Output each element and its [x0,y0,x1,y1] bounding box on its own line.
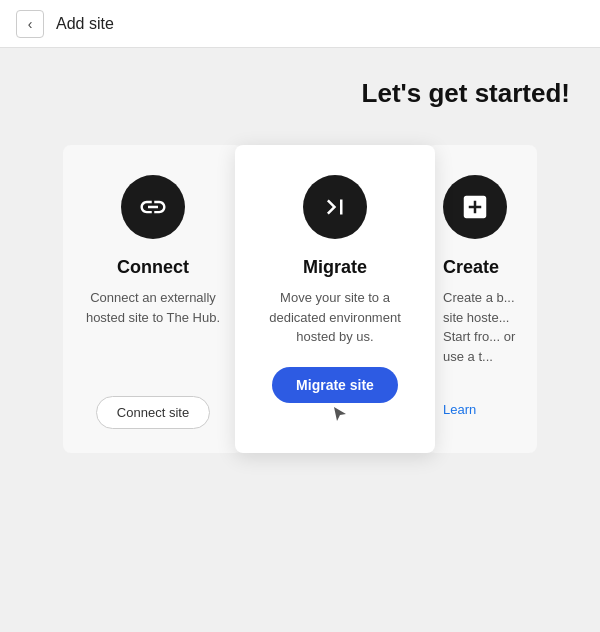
connect-card-desc: Connect an externally hosted site to The… [83,288,223,376]
page-header-title: Add site [56,15,114,33]
back-button[interactable]: ‹ [16,10,44,38]
create-icon-circle [443,175,507,239]
create-card-desc: Create a b... site hoste... Start fro...… [443,288,521,394]
link-icon [138,192,168,222]
connect-icon-circle [121,175,185,239]
migrate-icon-circle [303,175,367,239]
cards-container: Connect Connect an externally hosted sit… [0,145,600,453]
connect-card-title: Connect [117,257,189,278]
migrate-site-button[interactable]: Migrate site [272,367,398,403]
main-content: Let's get started! Connect Connect an ex… [0,48,600,632]
create-card: Create Create a b... site hoste... Start… [427,145,537,453]
connect-site-button[interactable]: Connect site [96,396,210,429]
page-title: Let's get started! [0,78,600,109]
migrate-card-title: Migrate [303,257,367,278]
connect-card: Connect Connect an externally hosted sit… [63,145,243,453]
migrate-card: Migrate Move your site to a dedicated en… [235,145,435,453]
create-card-title: Create [443,257,499,278]
migrate-icon [320,192,350,222]
cursor-icon [330,405,350,425]
migrate-card-desc: Move your site to a dedicated environmen… [255,288,415,347]
header: ‹ Add site [0,0,600,48]
create-icon [460,192,490,222]
learn-link[interactable]: Learn [443,402,476,417]
